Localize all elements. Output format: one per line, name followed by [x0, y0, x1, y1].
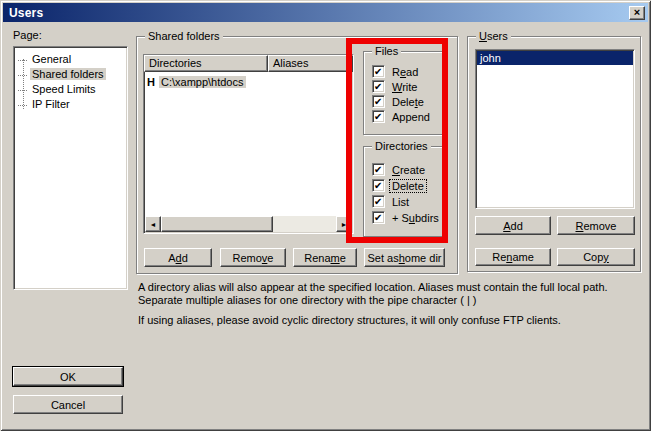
- cyclic-note: If using aliases, please avoid cyclic di…: [138, 314, 646, 327]
- delete-file-checkbox[interactable]: [372, 95, 385, 108]
- horizontal-scrollbar[interactable]: ◄ ►: [145, 216, 352, 232]
- copy-user-button[interactable]: Copy: [557, 248, 635, 266]
- checkbox-subdirs[interactable]: + Subdirs: [372, 211, 446, 224]
- subdirs-checkbox[interactable]: [372, 211, 385, 224]
- checkbox-list[interactable]: List: [372, 195, 446, 208]
- tree-branch-icon: [18, 90, 27, 91]
- users-group: Users john Add Remove Rename Copy: [467, 36, 641, 272]
- tree-branch-icon: [18, 60, 27, 61]
- users-group-label: Users: [476, 30, 511, 42]
- shared-folder-row[interactable]: HC:\xampp\htdocs: [147, 76, 353, 88]
- shared-folders-group-label: Shared folders: [145, 30, 223, 42]
- scroll-right-icon[interactable]: ►: [336, 216, 352, 232]
- add-user-button[interactable]: Add: [475, 216, 551, 235]
- tree-item-shared-folders[interactable]: Shared folders: [14, 67, 127, 82]
- title-bar[interactable]: Users ×: [3, 3, 648, 22]
- close-icon[interactable]: ×: [629, 6, 645, 20]
- append-checkbox[interactable]: [372, 110, 385, 123]
- tree-item-speed-limits[interactable]: Speed Limits: [14, 82, 127, 97]
- checkbox-read[interactable]: Read: [372, 65, 442, 78]
- shared-folders-group: Shared folders Directories Aliases HC:\x…: [136, 36, 458, 274]
- column-header-directories[interactable]: Directories: [144, 55, 268, 72]
- delete-dir-checkbox[interactable]: [372, 179, 385, 192]
- tree-item-general[interactable]: General: [14, 52, 127, 67]
- checkbox-create[interactable]: Create: [372, 163, 446, 176]
- scroll-left-icon[interactable]: ◄: [145, 216, 161, 232]
- checkbox-append[interactable]: Append: [372, 110, 442, 123]
- scrollbar-track[interactable]: [273, 216, 336, 232]
- remove-folder-button[interactable]: Remove: [220, 248, 286, 267]
- checkbox-write[interactable]: Write: [372, 80, 442, 93]
- set-home-dir-button[interactable]: Set as home dir: [364, 248, 445, 267]
- window-title: Users: [9, 6, 43, 20]
- remove-user-button[interactable]: Remove: [557, 216, 635, 235]
- checkbox-delete-dir[interactable]: Delete: [372, 179, 446, 192]
- home-dir-marker: H: [147, 76, 155, 88]
- write-checkbox[interactable]: [372, 80, 385, 93]
- read-checkbox[interactable]: [372, 65, 385, 78]
- directories-group-label: Directories: [372, 140, 431, 152]
- page-label: Page:: [13, 29, 42, 41]
- directory-path: C:\xampp\htdocs: [159, 76, 246, 88]
- scrollbar-thumb[interactable]: [161, 216, 273, 232]
- user-row-john[interactable]: john: [477, 51, 633, 65]
- cancel-button[interactable]: Cancel: [13, 395, 123, 414]
- notes-text: A directory alias will also appear at th…: [138, 281, 646, 327]
- alias-note: A directory alias will also appear at th…: [138, 281, 646, 307]
- list-checkbox[interactable]: [372, 195, 385, 208]
- tree-branch-icon: [18, 105, 27, 106]
- files-group-label: Files: [372, 45, 401, 57]
- tree-branch-icon: [18, 75, 27, 76]
- files-permissions-group: Files Read Write Delete Append: [363, 51, 443, 135]
- column-header-aliases[interactable]: Aliases: [268, 55, 353, 72]
- rename-folder-button[interactable]: Rename: [293, 248, 357, 267]
- page-tree[interactable]: General Shared folders Speed Limits IP F…: [13, 46, 128, 290]
- ok-button[interactable]: OK: [13, 367, 123, 386]
- tree-item-ip-filter[interactable]: IP Filter: [14, 97, 127, 112]
- directories-permissions-group: Directories Create Delete List + Subdirs: [363, 146, 447, 237]
- rename-user-button[interactable]: Rename: [475, 248, 551, 266]
- create-checkbox[interactable]: [372, 163, 385, 176]
- shared-folders-list[interactable]: Directories Aliases HC:\xampp\htdocs ◄ ►: [143, 54, 354, 234]
- checkbox-delete-file[interactable]: Delete: [372, 95, 442, 108]
- users-list[interactable]: john: [475, 49, 635, 209]
- users-dialog: Users × Page: General Shared folders Spe…: [0, 0, 651, 431]
- add-folder-button[interactable]: Add: [144, 248, 212, 267]
- shared-folders-list-header: Directories Aliases: [144, 55, 353, 72]
